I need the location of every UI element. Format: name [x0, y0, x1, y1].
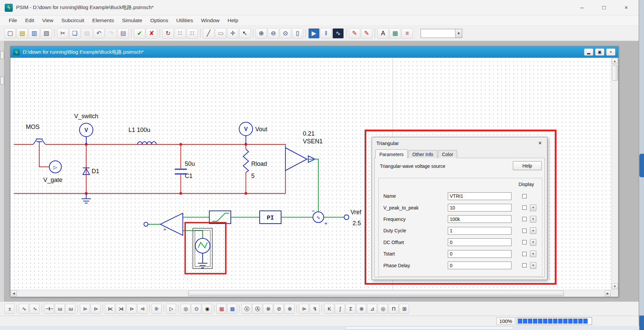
- save-file-button[interactable]: ▥: [29, 28, 40, 39]
- menu-options[interactable]: Options: [146, 16, 172, 25]
- var-meter-button[interactable]: ⊘: [274, 304, 284, 314]
- run-simulation-button[interactable]: ▶: [308, 28, 320, 39]
- param-input-duty-cycle[interactable]: [448, 227, 512, 235]
- multiplier-button[interactable]: ⊗: [356, 304, 366, 314]
- integrator-button[interactable]: ∫: [335, 304, 345, 314]
- gating-block-button[interactable]: ⊳: [299, 304, 309, 314]
- netlist-button[interactable]: ≡: [401, 28, 413, 39]
- vertical-scrollbar[interactable]: ▲ ▼: [611, 58, 618, 290]
- value-dropdown-tstart[interactable]: ▾: [530, 250, 536, 257]
- voltage-probe-tool-button[interactable]: ✎: [349, 28, 360, 39]
- paste-button[interactable]: ▤: [81, 28, 93, 39]
- menu-file[interactable]: File: [5, 16, 21, 25]
- on-off-controller-button[interactable]: ↯: [310, 304, 320, 314]
- limiter-button[interactable]: ⊿: [367, 304, 377, 314]
- minimize-button[interactable]: –: [571, 0, 593, 15]
- limiter-block[interactable]: [209, 211, 231, 224]
- voltmeter-button[interactable]: Ⓥ: [241, 304, 252, 314]
- zoom-area-button[interactable]: ⊙: [280, 28, 291, 39]
- display-checkbox-phase-delay[interactable]: [522, 263, 527, 268]
- menu-edit[interactable]: Edit: [21, 16, 38, 25]
- param-input-frequency[interactable]: [448, 215, 512, 223]
- value-dropdown-duty-cycle[interactable]: ▾: [530, 227, 536, 234]
- pi-block[interactable]: PI: [260, 211, 281, 224]
- display-checkbox-frequency[interactable]: [522, 217, 527, 221]
- child-close-button[interactable]: ×: [606, 48, 615, 56]
- igbt-button[interactable]: ⋊: [116, 304, 126, 314]
- param-input-v-peak-to-peak[interactable]: [448, 204, 512, 211]
- pause-simulation-button[interactable]: ‖: [320, 28, 332, 39]
- horizontal-scroll-thumb[interactable]: [188, 291, 564, 296]
- menu-utilities[interactable]: Utilities: [172, 16, 197, 25]
- vout-probe[interactable]: V: [239, 122, 253, 144]
- zoom-in-button[interactable]: ⊕: [256, 28, 267, 39]
- gain-block-button[interactable]: K: [324, 304, 334, 314]
- menu-help[interactable]: Help: [224, 16, 243, 25]
- function-block-button[interactable]: ⊞: [399, 304, 409, 314]
- menu-subcircuit[interactable]: Subcircuit: [57, 16, 88, 25]
- capacitor-button[interactable]: ⊣⊢: [44, 304, 54, 314]
- menu-simulate[interactable]: Simulate: [118, 16, 146, 25]
- child-restore-button[interactable]: ▣: [595, 48, 604, 56]
- chevron-down-icon[interactable]: ▼: [455, 29, 462, 38]
- zoom-out-button[interactable]: ⊖: [268, 28, 279, 39]
- voltage-source-button[interactable]: ⊙: [191, 304, 201, 314]
- cancel-check-button[interactable]: ✘: [146, 28, 157, 39]
- mosfet-button[interactable]: ⋉: [105, 304, 115, 314]
- ammeter-button[interactable]: Ⓐ: [252, 304, 262, 314]
- inductor-button[interactable]: ɯ: [55, 304, 65, 314]
- coupled-inductor-button[interactable]: ɯ: [65, 304, 75, 314]
- tab-parameters[interactable]: Parameters: [375, 149, 408, 158]
- sensor-button[interactable]: ◎: [378, 304, 388, 314]
- element-list-button[interactable]: ▦: [389, 28, 401, 39]
- scope-red-button[interactable]: ▦: [216, 304, 226, 314]
- diode-button[interactable]: ⊳: [80, 304, 90, 314]
- child-minimize-button[interactable]: ▂: [584, 48, 593, 56]
- current-probe-tool-button[interactable]: ✎: [361, 28, 372, 39]
- resistor-symbol[interactable]: [243, 149, 249, 173]
- scroll-right-icon[interactable]: ▶: [605, 290, 611, 296]
- fit-page-button[interactable]: ▯: [292, 28, 303, 39]
- value-dropdown-frequency[interactable]: ▾: [530, 216, 536, 223]
- vertical-scroll-thumb[interactable]: [612, 65, 618, 81]
- scroll-up-icon[interactable]: ▲: [612, 58, 618, 64]
- scroll-left-icon[interactable]: ◀: [11, 290, 17, 296]
- rheostat-button[interactable]: ∿: [30, 304, 40, 314]
- rotate-button[interactable]: ↻: [162, 28, 174, 39]
- vref-terminal[interactable]: [344, 215, 349, 220]
- triac-button[interactable]: ⊲: [137, 304, 147, 314]
- clipboard-view-button[interactable]: ▤: [117, 28, 129, 39]
- gate-source-symbol[interactable]: ▷: [49, 161, 61, 173]
- value-dropdown-phase-delay[interactable]: ▾: [530, 262, 536, 269]
- thyristor-button[interactable]: ⊳: [126, 304, 137, 314]
- value-dropdown-v-peak-to-peak[interactable]: ▾: [530, 204, 536, 211]
- close-button[interactable]: ×: [615, 0, 637, 15]
- undo-button[interactable]: ↶: [93, 28, 105, 39]
- op-amp-button[interactable]: ▷: [166, 304, 176, 314]
- draw-wire-button[interactable]: ╱: [203, 28, 214, 39]
- place-label-button[interactable]: ▭: [215, 28, 226, 39]
- menu-elements[interactable]: Elements: [88, 16, 118, 25]
- display-checkbox-name[interactable]: [522, 194, 527, 198]
- horizontal-scrollbar[interactable]: ◀ ▶: [10, 290, 611, 297]
- run-check-button[interactable]: ✔: [134, 28, 145, 39]
- cut-button[interactable]: ✂: [57, 28, 68, 39]
- param-input-dc-offset[interactable]: [448, 238, 512, 246]
- param-input-tstart[interactable]: [448, 250, 512, 258]
- assign-node-button[interactable]: ∷: [186, 28, 198, 39]
- display-checkbox-dc-offset[interactable]: [522, 240, 527, 244]
- maximize-button[interactable]: □: [593, 0, 615, 15]
- param-input-phase-delay[interactable]: [448, 262, 512, 269]
- display-checkbox-v-peak-to-peak[interactable]: [522, 205, 527, 210]
- current-source-button[interactable]: ◉: [202, 304, 212, 314]
- inductor-symbol[interactable]: [138, 142, 156, 144]
- select-button[interactable]: ↖: [239, 28, 251, 39]
- param-input-name[interactable]: [448, 192, 512, 200]
- tab-other-info[interactable]: Other Info: [408, 150, 437, 158]
- new-file-button[interactable]: ▢: [4, 28, 16, 39]
- display-checkbox-duty-cycle[interactable]: [522, 229, 527, 233]
- zoom-combo[interactable]: ▼: [421, 29, 462, 38]
- scope-blue-button[interactable]: ▦: [227, 304, 237, 314]
- menu-view[interactable]: View: [38, 16, 57, 25]
- dialog-close-button[interactable]: ×: [536, 139, 544, 147]
